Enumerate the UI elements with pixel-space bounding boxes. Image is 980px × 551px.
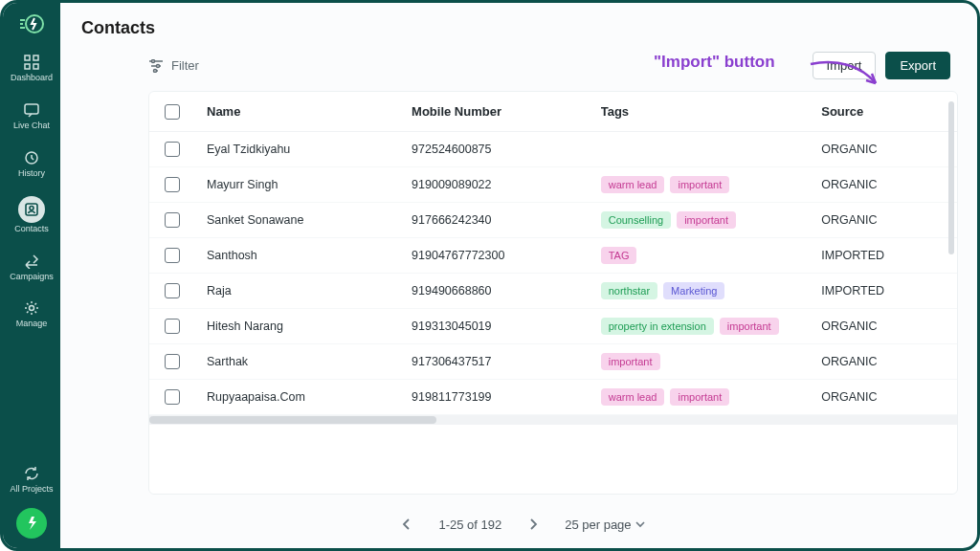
row-checkbox[interactable]: [165, 319, 180, 334]
import-button[interactable]: Import: [813, 52, 877, 79]
tag[interactable]: important: [677, 211, 736, 229]
vertical-scrollbar[interactable]: [948, 101, 954, 254]
clock-icon: [21, 148, 42, 167]
sidebar-item-label: All Projects: [10, 485, 53, 495]
filter-label: Filter: [171, 58, 199, 73]
next-page-button[interactable]: [521, 512, 546, 537]
page-title: Contacts: [81, 18, 958, 38]
cell-mobile: 919811773199: [412, 390, 601, 404]
cell-tags: warm leadimportant: [601, 176, 822, 193]
horizontal-scrollbar[interactable]: [149, 415, 957, 425]
app-logo: [15, 11, 48, 37]
cell-name: Hitesh Narang: [207, 320, 412, 333]
filter-icon: [148, 59, 164, 73]
svg-point-11: [157, 64, 160, 67]
chat-icon: [21, 100, 42, 120]
row-checkbox[interactable]: [165, 248, 180, 263]
avatar[interactable]: [16, 508, 47, 539]
cell-source: ORGANIC: [821, 213, 947, 227]
column-header-name[interactable]: Name: [207, 104, 412, 119]
cell-mobile: 919490668860: [412, 284, 601, 298]
column-header-tags[interactable]: Tags: [601, 104, 822, 119]
cell-mobile: 919313045019: [412, 320, 601, 333]
filter-button[interactable]: Filter: [148, 58, 199, 73]
sidebar-item-label: Dashboard: [11, 74, 53, 83]
tag[interactable]: Marketing: [663, 282, 724, 299]
select-all-checkbox[interactable]: [165, 104, 180, 120]
contact-icon: [18, 196, 45, 223]
cell-name: Sarthak: [207, 355, 412, 368]
table-row[interactable]: Hitesh Narang919313045019property in ext…: [149, 309, 957, 344]
cell-source: ORGANIC: [821, 355, 947, 368]
cell-mobile: 919009089022: [412, 178, 601, 191]
column-header-mobile[interactable]: Mobile Number: [412, 104, 601, 119]
cell-source: IMPORTED: [821, 284, 947, 298]
cell-source: ORGANIC: [821, 390, 947, 404]
sidebar-item-label: History: [18, 169, 45, 179]
cell-name: Sanket Sonawane: [207, 213, 412, 227]
chevron-down-icon: [635, 520, 645, 528]
sidebar-item-label: Campaigns: [10, 273, 54, 282]
tag[interactable]: northstar: [601, 282, 657, 299]
sidebar-item-label: Contacts: [14, 225, 49, 234]
table-row[interactable]: Sarthak917306437517importantORGANIC: [149, 344, 957, 380]
tag[interactable]: Counselling: [601, 211, 671, 229]
tag[interactable]: important: [720, 318, 779, 335]
table-row[interactable]: Mayurr Singh919009089022warm leadimporta…: [149, 167, 957, 203]
svg-rect-5: [25, 104, 38, 114]
table-row[interactable]: Rupyaapaisa.Com919811773199warm leadimpo…: [149, 380, 957, 415]
svg-rect-4: [33, 64, 38, 69]
svg-point-10: [152, 59, 155, 62]
cell-tags: warm leadimportant: [601, 388, 822, 406]
cell-name: Raja: [207, 284, 412, 298]
cell-mobile: 972524600875: [412, 143, 601, 156]
cell-tags: northstarMarketing: [601, 282, 822, 299]
tag[interactable]: TAG: [601, 247, 637, 264]
row-checkbox[interactable]: [165, 177, 180, 192]
per-page-label: 25 per page: [565, 518, 631, 532]
table-row[interactable]: Eyal Tzidkiyahu972524600875ORGANIC: [149, 132, 957, 167]
contacts-table: Name Mobile Number Tags Source Eyal Tzid…: [148, 91, 958, 495]
row-checkbox[interactable]: [165, 212, 180, 228]
sidebar-item-dashboard[interactable]: Dashboard: [3, 47, 60, 89]
tag[interactable]: warm lead: [601, 388, 665, 406]
cell-source: ORGANIC: [821, 320, 947, 333]
sidebar-item-live-chat[interactable]: Live Chat: [3, 95, 60, 137]
gear-icon: [21, 298, 42, 318]
row-checkbox[interactable]: [165, 283, 180, 298]
row-checkbox[interactable]: [165, 354, 180, 369]
cell-tags: TAG: [601, 247, 822, 264]
sidebar-item-contacts[interactable]: Contacts: [3, 190, 60, 240]
svg-point-12: [154, 69, 157, 72]
table-row[interactable]: Raja919490668860northstarMarketingIMPORT…: [149, 274, 957, 309]
cell-mobile: 91904767772300: [412, 249, 601, 262]
svg-point-9: [30, 306, 34, 311]
table-header: Name Mobile Number Tags Source: [149, 92, 957, 132]
tag[interactable]: important: [670, 176, 729, 193]
prev-page-button[interactable]: [394, 512, 419, 537]
cell-name: Santhosh: [207, 249, 412, 262]
row-checkbox[interactable]: [165, 142, 180, 157]
tag[interactable]: property in extension: [601, 318, 714, 335]
sidebar-item-campaigns[interactable]: Campaigns: [3, 246, 60, 288]
sidebar-item-history[interactable]: History: [3, 143, 60, 185]
tag[interactable]: important: [670, 388, 729, 406]
table-row[interactable]: Santhosh91904767772300TAGIMPORTED: [149, 238, 957, 274]
tag[interactable]: warm lead: [601, 176, 665, 193]
cell-mobile: 917666242340: [412, 213, 601, 227]
tag[interactable]: important: [601, 353, 660, 370]
sidebar-item-all-projects[interactable]: All Projects: [3, 458, 60, 500]
column-header-source[interactable]: Source: [821, 104, 947, 119]
cell-tags: property in extensionimportant: [601, 318, 822, 335]
sidebar-item-manage[interactable]: Manage: [3, 293, 60, 335]
per-page-select[interactable]: 25 per page: [565, 518, 644, 532]
sync-icon: [21, 464, 42, 483]
main-content: Contacts Filter Import Export Name Mobil…: [60, 3, 977, 548]
cell-source: IMPORTED: [821, 249, 947, 262]
svg-rect-3: [25, 64, 30, 69]
row-checkbox[interactable]: [165, 389, 180, 405]
table-row[interactable]: Sanket Sonawane917666242340Counsellingim…: [149, 203, 957, 238]
export-button[interactable]: Export: [885, 52, 950, 79]
sidebar-item-label: Live Chat: [13, 121, 50, 131]
cell-tags: Counsellingimportant: [601, 211, 822, 229]
